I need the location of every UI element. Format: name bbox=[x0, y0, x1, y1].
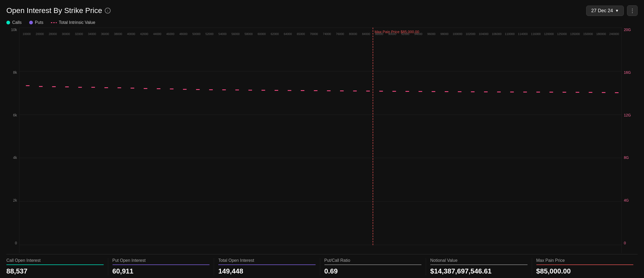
stat-item: Put/Call Ratio 0.69 bbox=[320, 258, 426, 275]
stat-value: 60,911 bbox=[112, 267, 210, 275]
stat-value: 0.69 bbox=[324, 267, 422, 275]
stat-item: Call Open Interest 88,537 bbox=[6, 258, 108, 275]
y-right-8g: 8G bbox=[624, 155, 638, 160]
stat-value: $14,387,697,546.61 bbox=[430, 267, 528, 275]
legend-calls: Calls bbox=[6, 20, 22, 25]
stat-underline bbox=[536, 264, 634, 265]
date-label: 27 Dec 24 bbox=[591, 8, 613, 14]
stat-underline bbox=[6, 264, 104, 265]
y-right-0: 0 bbox=[624, 241, 638, 245]
main-container: Open Interest By Strike Price i 27 Dec 2… bbox=[0, 0, 644, 278]
info-icon[interactable]: i bbox=[105, 8, 111, 14]
more-options-button[interactable]: ⋮ bbox=[627, 5, 638, 16]
header-left: Open Interest By Strike Price i bbox=[6, 6, 111, 15]
stat-item: Notional Value $14,387,697,546.61 bbox=[426, 258, 532, 275]
page-title: Open Interest By Strike Price bbox=[6, 6, 102, 15]
y-left-8k: 8k bbox=[6, 70, 17, 75]
y-left-10k: 10k bbox=[6, 28, 17, 32]
y-right-12g: 12G bbox=[624, 113, 638, 117]
stat-underline bbox=[218, 264, 316, 265]
y-left-4k: 4k bbox=[6, 155, 17, 160]
stats-bar: Call Open Interest 88,537 Put Open Inter… bbox=[6, 254, 638, 278]
intrinsic-label: Total Intrinsic Value bbox=[59, 20, 95, 25]
stat-label: Put Open Interest bbox=[112, 258, 210, 263]
chart-wrapper: 10k 8k 6k 4k 2k 0 bbox=[6, 28, 638, 253]
calls-label: Calls bbox=[12, 20, 22, 25]
stat-underline bbox=[324, 264, 422, 265]
y-axis-left: 10k 8k 6k 4k 2k 0 bbox=[6, 28, 19, 253]
bars-container bbox=[19, 28, 621, 245]
y-right-16g: 16G bbox=[624, 70, 638, 75]
stat-value: $85,000.00 bbox=[536, 267, 634, 275]
stat-value: 149,448 bbox=[218, 267, 316, 275]
stat-item: Put Open Interest 60,911 bbox=[108, 258, 214, 275]
stat-label: Call Open Interest bbox=[6, 258, 104, 263]
header: Open Interest By Strike Price i 27 Dec 2… bbox=[6, 5, 638, 16]
legend-intrinsic: Total Intrinsic Value bbox=[51, 20, 95, 25]
y-left-2k: 2k bbox=[6, 198, 17, 202]
stat-label: Max Pain Price bbox=[536, 258, 634, 263]
stat-label: Notional Value bbox=[430, 258, 528, 263]
header-right: 27 Dec 24 ▼ ⋮ bbox=[586, 5, 638, 16]
stat-label: Put/Call Ratio bbox=[324, 258, 422, 263]
date-selector[interactable]: 27 Dec 24 ▼ bbox=[586, 6, 624, 16]
more-icon: ⋮ bbox=[630, 7, 635, 14]
y-left-0: 0 bbox=[6, 241, 17, 245]
y-right-4g: 4G bbox=[624, 198, 638, 202]
stat-underline bbox=[112, 264, 210, 265]
stat-underline bbox=[430, 264, 528, 265]
y-right-20g: 20G bbox=[624, 28, 638, 32]
legend: Calls Puts Total Intrinsic Value bbox=[6, 20, 638, 25]
legend-puts: Puts bbox=[29, 20, 43, 25]
y-axis-right: 20G 16G 12G 8G 4G 0 bbox=[622, 28, 638, 253]
chart-area: 10k 8k 6k 4k 2k 0 bbox=[6, 28, 638, 253]
stat-item: Max Pain Price $85,000.00 bbox=[532, 258, 638, 275]
stat-item: Total Open Interest 149,448 bbox=[214, 258, 320, 275]
chevron-down-icon: ▼ bbox=[615, 8, 619, 13]
calls-color-dot bbox=[6, 21, 10, 24]
stat-value: 88,537 bbox=[6, 267, 104, 275]
stat-label: Total Open Interest bbox=[218, 258, 316, 263]
puts-label: Puts bbox=[35, 20, 43, 25]
chart-inner: Max Pain Price $85,000.00 10000200002800… bbox=[19, 28, 622, 253]
intrinsic-color-dash bbox=[51, 22, 57, 23]
puts-color-dot bbox=[29, 21, 33, 24]
y-left-6k: 6k bbox=[6, 113, 17, 117]
